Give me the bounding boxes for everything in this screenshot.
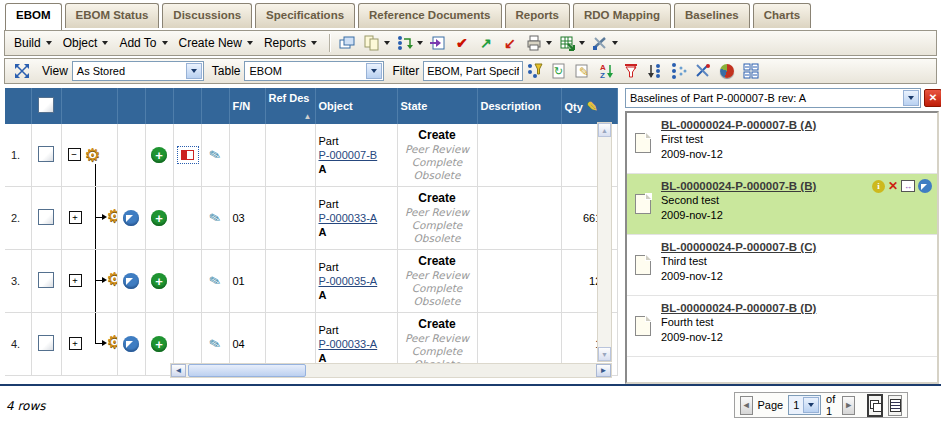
clear-filter-icon[interactable] [621, 62, 641, 80]
menu-object[interactable]: Object [59, 34, 116, 52]
export-table-icon[interactable] [557, 34, 577, 52]
cascade-view-button[interactable] [867, 394, 883, 417]
row-checkbox[interactable] [38, 272, 54, 288]
chevron-down-icon[interactable] [546, 41, 552, 45]
delete-icon[interactable]: ✕ [888, 180, 898, 193]
copy-icon[interactable] [362, 34, 382, 52]
approve-check-icon[interactable]: ✔ [452, 34, 472, 52]
scroll-right-icon[interactable]: ► [596, 364, 611, 377]
list-item-selected[interactable]: BL-00000024-P-000007-B (B) i ✕ ↔ Second … [627, 174, 937, 235]
header-qty[interactable]: Qty✎ [561, 88, 617, 124]
expand-all-icon[interactable] [12, 62, 32, 80]
baseline-link[interactable]: BL-00000024-P-000007-B (D) [661, 301, 816, 315]
tab-ebom[interactable]: EBOM [5, 3, 62, 30]
tab-charts[interactable]: Charts [753, 3, 811, 28]
tab-specifications[interactable]: Specifications [255, 3, 355, 28]
edit-column-icon[interactable]: ✎ [587, 99, 598, 114]
part-link[interactable]: P-000007-B [319, 149, 378, 161]
chevron-down-icon[interactable] [579, 41, 585, 45]
edit-table-icon[interactable]: ✎ [573, 62, 593, 80]
list-view-button[interactable] [888, 395, 902, 416]
scroll-up-icon[interactable]: ▲ [598, 123, 611, 137]
vertical-scrollbar[interactable]: ▲ ▼ [597, 122, 612, 362]
header-object[interactable]: Object [315, 88, 397, 124]
add-icon[interactable]: + [151, 336, 167, 352]
add-icon[interactable]: + [151, 147, 167, 163]
scroll-down-icon[interactable]: ▼ [598, 347, 611, 361]
goto-part-icon[interactable] [123, 336, 139, 352]
goto-part-icon[interactable] [123, 210, 139, 226]
edit-pen-icon[interactable]: ✎ [208, 336, 223, 353]
edit-pen-icon[interactable]: ✎ [208, 210, 223, 227]
baselines-select[interactable]: Baselines of Part P-000007-B rev: A [625, 88, 921, 108]
list-item[interactable]: BL-00000024-P-000007-B (C) Third test 20… [627, 235, 937, 296]
tab-reports[interactable]: Reports [505, 3, 570, 28]
header-state[interactable]: State [397, 88, 477, 124]
edit-pen-icon[interactable]: ✎ [208, 147, 223, 164]
select-all-checkbox[interactable] [38, 97, 54, 113]
table-select[interactable]: EBOM [244, 61, 384, 81]
list-item[interactable]: BL-00000024-P-000007-B (D) Fourth test 2… [627, 296, 937, 357]
chevron-down-icon[interactable] [417, 41, 423, 45]
menu-build[interactable]: Build [10, 34, 59, 52]
filter-structure-icon[interactable] [525, 62, 545, 80]
edit-pen-icon[interactable]: ✎ [208, 273, 223, 290]
header-fn[interactable]: F/N [229, 88, 265, 124]
insert-window-icon[interactable] [428, 34, 448, 52]
row-checkbox[interactable] [38, 335, 54, 351]
promote-arrow-icon[interactable]: ↗ [476, 34, 496, 52]
tools-icon[interactable] [590, 34, 610, 52]
scrollbar-thumb[interactable] [188, 364, 306, 377]
compare-icon[interactable] [693, 62, 713, 80]
demote-arrow-icon[interactable]: ↙ [500, 34, 520, 52]
expand-toggle-icon[interactable]: + [69, 337, 82, 350]
view-select[interactable]: As Stored [72, 61, 204, 81]
add-icon[interactable]: + [151, 210, 167, 226]
prev-page-button[interactable]: ◄ [740, 396, 753, 415]
tab-reference-documents[interactable]: Reference Documents [358, 3, 501, 28]
filter-input[interactable] [423, 61, 523, 81]
header-description[interactable]: Description [477, 88, 561, 124]
chevron-down-icon[interactable] [612, 41, 618, 45]
row-checkbox[interactable] [38, 146, 54, 162]
tree-order-icon[interactable] [669, 62, 689, 80]
menu-create-new[interactable]: Create New [175, 34, 260, 52]
column-settings-icon[interactable] [741, 62, 761, 80]
add-icon[interactable]: + [151, 273, 167, 289]
replace-window-icon[interactable]: ↔ [901, 180, 915, 192]
row-checkbox[interactable] [38, 209, 54, 225]
print-icon[interactable] [524, 34, 544, 52]
paste-structure-icon[interactable] [395, 34, 415, 52]
collapse-toggle-icon[interactable]: − [68, 148, 81, 161]
baseline-link[interactable]: BL-00000024-P-000007-B (A) [661, 118, 816, 132]
header-ref-des[interactable]: Ref Des▲ [265, 88, 315, 124]
expand-toggle-icon[interactable]: + [69, 211, 82, 224]
next-page-button[interactable]: ► [842, 396, 855, 415]
goto-icon[interactable] [918, 179, 932, 193]
close-panel-button[interactable]: ✕ [924, 89, 941, 107]
menu-add-to[interactable]: Add To [115, 34, 174, 52]
chevron-down-icon[interactable] [384, 41, 390, 45]
sort-az-icon[interactable]: AZ [597, 62, 617, 80]
part-link[interactable]: P-000035-A [319, 275, 378, 287]
menu-reports[interactable]: Reports [260, 34, 324, 52]
goto-part-icon[interactable] [123, 273, 139, 289]
scroll-left-icon[interactable]: ◄ [171, 364, 186, 377]
chart-icon[interactable] [717, 62, 737, 80]
baseline-link[interactable]: BL-00000024-P-000007-B (C) [661, 240, 816, 254]
horizontal-scrollbar[interactable]: ◄ ► [170, 363, 612, 378]
header-select-all[interactable] [31, 88, 61, 124]
refresh-icon[interactable]: ↻ [549, 62, 569, 80]
part-link[interactable]: P-000033-A [319, 212, 378, 224]
info-icon[interactable]: i [872, 180, 885, 193]
sort-descending-icon[interactable] [645, 62, 665, 80]
baseline-link[interactable]: BL-00000024-P-000007-B (B) [661, 179, 816, 193]
tab-baselines[interactable]: Baselines [674, 3, 750, 28]
tab-rdo-mapping[interactable]: RDO Mapping [573, 3, 671, 28]
tab-ebom-status[interactable]: EBOM Status [65, 3, 160, 28]
active-context-icon[interactable] [177, 146, 199, 164]
expand-toggle-icon[interactable]: + [69, 274, 82, 287]
tab-discussions[interactable]: Discussions [162, 3, 252, 28]
part-link[interactable]: P-000033-A [319, 338, 378, 350]
page-select[interactable]: 1 [788, 395, 821, 415]
